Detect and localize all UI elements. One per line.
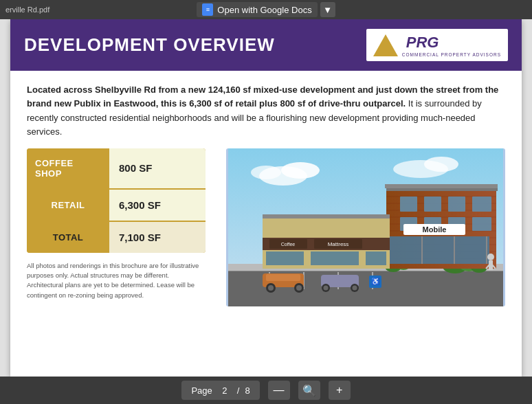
svg-rect-61 bbox=[366, 251, 386, 265]
svg-point-5 bbox=[424, 157, 458, 172]
svg-rect-53 bbox=[263, 214, 390, 218]
svg-rect-13 bbox=[266, 274, 300, 281]
zoom-out-button[interactable]: — bbox=[268, 381, 290, 400]
disclaimer-text: All photos and renderings in this brochu… bbox=[27, 261, 206, 300]
minus-icon: — bbox=[274, 384, 285, 396]
svg-rect-43 bbox=[472, 197, 491, 212]
coffee-shop-value: 800 SF bbox=[109, 148, 206, 188]
page-indicator: Page 2 / 8 bbox=[181, 381, 259, 400]
total-pages: 8 bbox=[245, 385, 250, 396]
svg-rect-40 bbox=[400, 197, 417, 212]
svg-rect-42 bbox=[448, 197, 465, 212]
description-text: Located across Shelbyville Rd from a new… bbox=[27, 83, 505, 139]
bottom-navigation: Page 2 / 8 — 🔍 + bbox=[0, 377, 532, 404]
total-label: TOTAL bbox=[27, 222, 109, 253]
two-column-layout: COFFEE SHOP 800 SF RETAIL 6,300 SF TOTAL… bbox=[27, 148, 505, 306]
svg-point-17 bbox=[296, 285, 302, 291]
plus-icon: + bbox=[336, 384, 342, 396]
main-content: DEVELOPMENT OVERVIEW PRG COMMERCIAL PROP… bbox=[10, 19, 522, 377]
coffee-shop-label: COFFEE SHOP bbox=[27, 148, 109, 188]
svg-text:Mobile: Mobile bbox=[423, 225, 447, 234]
svg-rect-48 bbox=[390, 236, 489, 264]
svg-rect-59 bbox=[266, 251, 304, 265]
svg-point-2 bbox=[281, 162, 320, 179]
chevron-down-icon: ▼ bbox=[323, 5, 332, 15]
logo-subtitle: COMMERCIAL PROPERTY ADVISORS bbox=[402, 52, 501, 57]
open-with-button[interactable]: ≡ Open with Google Docs bbox=[197, 2, 317, 17]
retail-value: 6,300 SF bbox=[109, 190, 206, 221]
svg-text:♿: ♿ bbox=[371, 277, 380, 286]
total-value: 7,100 SF bbox=[109, 222, 206, 253]
top-bar: erville Rd.pdf ≡ Open with Google Docs ▼ bbox=[0, 0, 532, 19]
retail-label: RETAIL bbox=[27, 190, 109, 221]
svg-point-15 bbox=[268, 285, 274, 291]
table-row: RETAIL 6,300 SF bbox=[27, 190, 206, 221]
svg-rect-60 bbox=[311, 251, 359, 265]
google-docs-icon: ≡ bbox=[202, 3, 213, 16]
table-area: COFFEE SHOP 800 SF RETAIL 6,300 SF TOTAL… bbox=[27, 148, 212, 300]
table-row: COFFEE SHOP 800 SF bbox=[27, 148, 206, 188]
page-title: DEVELOPMENT OVERVIEW bbox=[24, 34, 275, 56]
page-separator: / bbox=[237, 385, 240, 396]
logo-triangle-icon bbox=[373, 34, 398, 56]
svg-rect-41 bbox=[424, 197, 441, 212]
filename-label: erville Rd.pdf bbox=[5, 5, 49, 14]
svg-point-3 bbox=[251, 166, 281, 179]
page-label: Page bbox=[191, 385, 212, 396]
open-with-dropdown[interactable]: ▼ bbox=[320, 2, 335, 17]
stats-table: COFFEE SHOP 800 SF RETAIL 6,300 SF TOTAL… bbox=[27, 148, 206, 253]
svg-point-20 bbox=[324, 285, 329, 290]
logo-text: PRG COMMERCIAL PROPERTY ADVISORS bbox=[402, 33, 501, 57]
body-content: Located across Shelbyville Rd from a new… bbox=[10, 71, 522, 315]
svg-point-66 bbox=[487, 254, 494, 260]
zoom-icon: 🔍 bbox=[302, 384, 316, 397]
open-with-label: Open with Google Docs bbox=[217, 5, 311, 15]
svg-point-22 bbox=[353, 285, 357, 290]
current-page-input[interactable]: 2 bbox=[218, 385, 232, 396]
building-illustration: Coffee Mattress Mobile bbox=[226, 148, 505, 306]
page-header: DEVELOPMENT OVERVIEW PRG COMMERCIAL PROP… bbox=[10, 19, 522, 71]
zoom-search-button[interactable]: 🔍 bbox=[298, 381, 320, 400]
svg-rect-65 bbox=[385, 184, 498, 188]
svg-rect-47 bbox=[472, 217, 491, 231]
svg-text:Mattress: Mattress bbox=[328, 241, 349, 247]
logo-box: PRG COMMERCIAL PROPERTY ADVISORS bbox=[366, 29, 508, 61]
building-image: Coffee Mattress Mobile bbox=[226, 148, 505, 306]
logo-prg: PRG bbox=[402, 33, 501, 52]
svg-text:Coffee: Coffee bbox=[281, 242, 296, 247]
table-row: TOTAL 7,100 SF bbox=[27, 222, 206, 253]
zoom-in-button[interactable]: + bbox=[329, 381, 351, 400]
